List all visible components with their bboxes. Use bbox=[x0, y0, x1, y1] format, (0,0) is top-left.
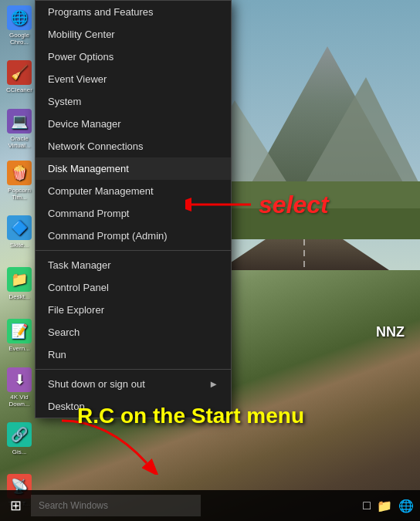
desktop-icon-oracle[interactable]: 💻 OracleVirtual... bbox=[0, 103, 39, 154]
menu-item-search[interactable]: Search bbox=[36, 321, 231, 343]
menu-item-control-panel[interactable]: Control Panel bbox=[36, 276, 231, 299]
menu-item-task-manager[interactable]: Task Manager bbox=[36, 254, 231, 276]
select-annotation: select bbox=[185, 189, 329, 220]
desktop-icons-panel: 🌐 GoogleChro... 🧹 CCleaner 💻 OracleVirtu… bbox=[0, 0, 39, 521]
nnz-text: NNZ bbox=[376, 324, 405, 340]
desktop-icon-desktop[interactable]: 📁 Deskt... bbox=[0, 259, 39, 309]
start-button[interactable]: ⊞ bbox=[0, 490, 31, 521]
menu-item-device-manager[interactable]: Device Manager bbox=[36, 113, 231, 135]
desktop-icon-chrome[interactable]: 🌐 GoogleChro... bbox=[0, 0, 39, 50]
menu-item-shutdown[interactable]: Shut down or sign out ► bbox=[36, 373, 231, 395]
menu-item-network-connections[interactable]: Network Connections bbox=[36, 135, 231, 157]
menu-divider-2 bbox=[36, 369, 231, 370]
taskbar-system-tray: □ 📁 🌐 bbox=[363, 499, 420, 513]
desktop-icon-popcorn[interactable]: 🍿 PopcornTim... bbox=[0, 155, 39, 205]
menu-item-mobility-center[interactable]: Mobility Center bbox=[36, 23, 231, 46]
edge-icon[interactable]: 🌐 bbox=[398, 499, 414, 513]
rc-annotation-text: R.C on the Start menu bbox=[77, 404, 304, 428]
menu-divider-1 bbox=[36, 250, 231, 251]
select-text: select bbox=[259, 191, 329, 219]
desktop-icon-evernote[interactable]: 📝 Evern... bbox=[0, 310, 39, 360]
desktop-icon-sketchup[interactable]: 🔷 Skite... bbox=[0, 207, 39, 257]
menu-item-power-options[interactable]: Power Options bbox=[36, 46, 231, 68]
menu-item-run[interactable]: Run bbox=[36, 343, 231, 366]
menu-item-event-viewer[interactable]: Event Viewer bbox=[36, 68, 231, 90]
windows-icon: ⊞ bbox=[10, 497, 22, 514]
desktop-icon-cisco[interactable]: 🔗 Gis... bbox=[0, 414, 39, 464]
arrow-icon bbox=[185, 189, 255, 220]
menu-item-command-prompt-admin[interactable]: Command Prompt (Admin) bbox=[36, 225, 231, 247]
search-input[interactable] bbox=[31, 495, 201, 516]
desktop-icon-4kviddown[interactable]: ⬇ 4K VidDown... bbox=[0, 362, 39, 412]
menu-item-system[interactable]: System bbox=[36, 90, 231, 113]
menu-item-programs-features[interactable]: Programs and Features bbox=[36, 1, 231, 23]
taskbar: ⊞ □ 📁 🌐 bbox=[0, 490, 420, 521]
desktop-icon-ccleaner[interactable]: 🧹 CCleaner bbox=[0, 52, 39, 102]
file-explorer-icon[interactable]: 📁 bbox=[377, 499, 392, 513]
menu-item-file-explorer[interactable]: File Explorer bbox=[36, 299, 231, 321]
menu-item-disk-management[interactable]: Disk Management bbox=[36, 157, 231, 180]
action-center-icon[interactable]: □ bbox=[363, 499, 371, 513]
